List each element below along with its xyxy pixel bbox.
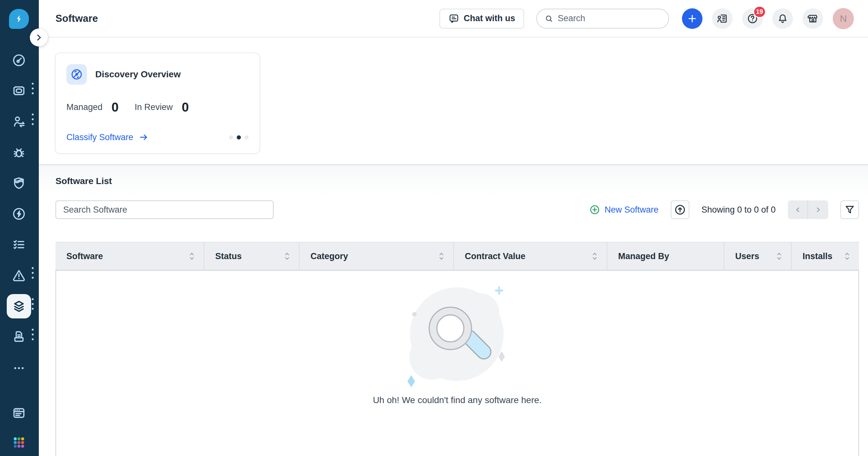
sort-icon[interactable]	[591, 252, 599, 261]
sidebar-item-security[interactable]	[7, 171, 31, 195]
topbar-actions: Chat with us	[439, 8, 854, 29]
discovery-compass-icon	[70, 68, 83, 81]
carousel-dot[interactable]	[229, 135, 233, 139]
previous-page-button[interactable]	[788, 200, 808, 219]
marketplace-button[interactable]	[803, 8, 823, 29]
layers-icon	[11, 299, 26, 314]
documents-options-menu[interactable]	[32, 329, 35, 340]
page-title: Software	[56, 13, 98, 24]
software-list-section: Software List New Software	[39, 165, 868, 456]
sidebar-item-dashboard[interactable]	[7, 48, 31, 72]
gauge-icon	[11, 53, 26, 68]
sidebar-item-more[interactable]	[7, 356, 31, 380]
bug-icon	[11, 145, 26, 160]
software-table: Software Status Category	[56, 242, 859, 456]
new-software-link[interactable]: New Software	[589, 204, 658, 215]
help-button[interactable]: 19	[742, 8, 763, 29]
avatar-initial: N	[840, 13, 847, 24]
header-icon-cluster: 19	[682, 8, 854, 29]
empty-state-illustration	[403, 284, 512, 389]
quick-add-button[interactable]	[682, 8, 703, 29]
sidebar-item-documents[interactable]	[7, 325, 31, 349]
list-controls: New Software Showing 0 to 0 of 0	[56, 200, 859, 219]
pagination-controls	[788, 200, 828, 219]
column-header-category[interactable]: Category	[300, 242, 454, 270]
notifications-button[interactable]	[772, 8, 793, 29]
sort-icon[interactable]	[437, 252, 445, 261]
table-header-row: Software Status Category	[56, 242, 859, 271]
warning-triangle-icon	[11, 268, 26, 283]
in-review-label: In Review	[135, 102, 173, 112]
app-root: Software Chat with us	[0, 0, 868, 456]
table-empty-state: Uh oh! We couldn't find any software her…	[56, 271, 859, 456]
sidebar-item-alerts[interactable]	[7, 263, 31, 287]
global-search-input[interactable]	[558, 13, 661, 24]
contacts-list-icon	[717, 13, 728, 24]
ticket-icon	[11, 84, 26, 98]
chat-with-us-button[interactable]: Chat with us	[439, 9, 524, 29]
plus-circle-icon	[589, 204, 600, 215]
plus-icon	[687, 13, 698, 24]
carousel-dots	[229, 135, 249, 139]
carousel-dot-active[interactable]	[237, 135, 241, 139]
sidebar-item-user-transfer[interactable]	[7, 109, 31, 134]
lightning-bolt-icon	[13, 13, 24, 24]
contacts-list-button[interactable]	[712, 8, 733, 29]
carousel-dot[interactable]	[244, 135, 249, 139]
chat-bubble-icon	[448, 13, 459, 24]
app-grid-icon	[11, 435, 26, 450]
empty-state-message: Uh oh! We couldn't find any software her…	[373, 395, 541, 405]
user-transfer-options-menu[interactable]	[32, 113, 35, 125]
sort-icon[interactable]	[775, 252, 783, 261]
software-options-menu[interactable]	[32, 298, 35, 310]
browser-window-icon	[11, 406, 26, 420]
sort-icon[interactable]	[843, 252, 851, 261]
column-header-contract-value[interactable]: Contract Value	[454, 242, 607, 270]
more-dots-icon	[11, 361, 26, 376]
sidebar-item-tasks[interactable]	[7, 232, 31, 257]
arrow-right-icon	[138, 132, 149, 142]
alerts-options-menu[interactable]	[32, 267, 35, 279]
pagination-summary: Showing 0 to 0 of 0	[702, 205, 776, 215]
user-avatar[interactable]: N	[833, 8, 854, 29]
software-search-input[interactable]	[56, 200, 274, 219]
discovery-card-header: Discovery Overview	[66, 64, 249, 85]
checklist-icon	[11, 237, 26, 252]
discovery-card-footer: Classify Software	[66, 132, 249, 142]
column-header-software[interactable]: Software	[56, 242, 204, 270]
storefront-icon	[807, 13, 818, 24]
software-list-heading: Software List	[56, 176, 859, 186]
user-transfer-icon	[11, 114, 26, 129]
sidebar-expand-button[interactable]	[30, 29, 48, 46]
sidebar-item-software[interactable]	[7, 294, 31, 319]
tickets-options-menu[interactable]	[32, 83, 35, 94]
column-header-managed-by[interactable]: Managed By	[607, 242, 724, 270]
filter-button[interactable]	[840, 200, 859, 219]
sidebar-item-app-switcher[interactable]	[7, 430, 31, 455]
global-search[interactable]	[536, 9, 669, 29]
column-header-users[interactable]: Users	[724, 242, 792, 270]
classify-software-link[interactable]: Classify Software	[66, 132, 149, 142]
sidebar-item-browser[interactable]	[7, 401, 31, 425]
discovery-icon-wrap	[66, 64, 87, 85]
next-page-button[interactable]	[808, 200, 828, 219]
classify-software-label: Classify Software	[66, 132, 133, 142]
search-icon	[545, 14, 553, 24]
upload-software-button[interactable]	[671, 200, 689, 219]
sidebar-item-boost[interactable]	[7, 202, 31, 226]
sidebar-item-tickets[interactable]	[7, 78, 31, 103]
discovery-card-title: Discovery Overview	[95, 69, 181, 79]
sidebar-item-bug-tracking[interactable]	[7, 140, 31, 165]
sort-icon[interactable]	[283, 252, 291, 261]
shield-icon	[11, 176, 26, 191]
discovery-section: Discovery Overview Managed 0 In Review 0…	[39, 37, 868, 164]
app-logo[interactable]	[9, 9, 29, 29]
column-header-installs[interactable]: Installs	[792, 242, 859, 270]
list-controls-right: New Software Showing 0 to 0 of 0	[589, 200, 859, 219]
help-notification-badge: 19	[753, 6, 766, 18]
managed-value: 0	[112, 100, 119, 115]
lightning-circle-icon	[11, 206, 26, 221]
sort-icon[interactable]	[188, 252, 196, 261]
column-header-status[interactable]: Status	[204, 242, 300, 270]
new-software-label: New Software	[604, 205, 658, 215]
